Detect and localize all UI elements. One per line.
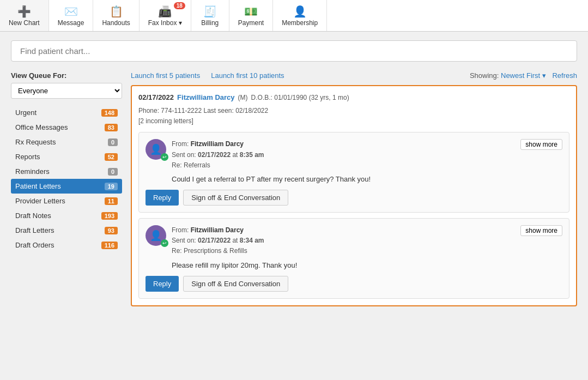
- patient-name[interactable]: Fitzwilliam Darcy: [177, 93, 234, 101]
- fax-badge: 18: [174, 2, 185, 9]
- sidebar-item-provider-letters-label: Provider Letters: [15, 197, 65, 205]
- sidebar-item-rx-requests[interactable]: Rx Requests 0: [11, 135, 122, 149]
- toolbar-handouts[interactable]: 📋 Handouts: [93, 0, 139, 31]
- sidebar-count-office-messages: 83: [105, 124, 118, 131]
- message-2-time: 8:34 am: [240, 237, 264, 244]
- message-1-sent: Sent on: 02/17/2022 at 8:35 am: [172, 150, 562, 160]
- message-1-subject: Re: Referrals: [172, 160, 562, 171]
- sidebar-count-draft-orders: 116: [101, 242, 118, 249]
- sidebar-count-draft-notes: 193: [101, 212, 118, 220]
- show-more-btn-1[interactable]: show more: [520, 139, 562, 150]
- message-1-time: 8:35 am: [240, 151, 264, 159]
- avatar-1: 👤 ↩: [146, 139, 166, 160]
- message-2-body: Please refill my lipitor 20mg. Thank you…: [172, 261, 562, 269]
- toolbar-message-label: Message: [58, 19, 84, 27]
- sidebar-count-reports: 52: [105, 153, 118, 161]
- message-2-meta: From: Fitzwilliam Darcy Sent on: 02/17/2…: [172, 225, 562, 257]
- message-2-header: 👤 ↩ From: Fitzwilliam Darcy Sent on: 02/…: [146, 225, 562, 257]
- message-block-2: 👤 ↩ From: Fitzwilliam Darcy Sent on: 02/…: [138, 218, 569, 299]
- message-2-subject: Re: Prescriptions & Refills: [172, 246, 562, 256]
- toolbar-membership[interactable]: 👤 Membership: [273, 0, 327, 31]
- handouts-icon: 📋: [110, 5, 123, 18]
- avatar-2-badge-icon: ↩: [162, 240, 167, 246]
- launch-10-link[interactable]: Launch first 10 patients: [211, 71, 284, 80]
- main-panel: Launch first 5 patients Launch first 10 …: [131, 71, 577, 313]
- reply-btn-1[interactable]: Reply: [146, 190, 179, 206]
- sidebar-item-reports[interactable]: Reports 52: [11, 149, 122, 164]
- patient-phone-seen: Phone: 774-111-2222 Last seen: 02/18/202…: [138, 106, 569, 116]
- patient-card: 02/17/2022 Fitzwilliam Darcy (M) D.O.B.:…: [131, 85, 577, 306]
- sidebar-item-reports-label: Reports: [15, 153, 40, 161]
- sidebar-item-draft-notes-label: Draft Notes: [15, 212, 51, 220]
- sort-link[interactable]: Newest First ▾: [501, 71, 546, 80]
- sidebar-count-draft-letters: 93: [105, 227, 118, 234]
- sidebar-count-patient-letters: 19: [105, 183, 118, 190]
- sidebar-item-patient-letters[interactable]: Patient Letters 19: [11, 179, 122, 194]
- sidebar-item-draft-orders[interactable]: Draft Orders 116: [11, 238, 122, 252]
- sidebar-item-draft-notes[interactable]: Draft Notes 193: [11, 208, 122, 223]
- show-more-btn-2[interactable]: show more: [520, 225, 562, 236]
- view-queue-label: View Queue For:: [11, 71, 122, 80]
- sidebar-item-draft-letters[interactable]: Draft Letters 93: [11, 223, 122, 238]
- message-1-body: Could I get a referral to PT after my re…: [172, 175, 562, 183]
- payment-icon: 💵: [244, 5, 258, 18]
- queue-select[interactable]: Everyone Me My Team: [11, 83, 122, 99]
- toolbar-payment[interactable]: 💵 Payment: [229, 0, 273, 31]
- avatar-2: 👤 ↩: [146, 225, 166, 246]
- message-2-sender: Fitzwilliam Darcy: [191, 226, 244, 234]
- patient-gender: (M): [238, 93, 248, 103]
- avatar-2-icon: 👤: [150, 230, 162, 242]
- message-1-actions: Reply Sign off & End Conversation: [146, 190, 562, 206]
- patient-last-seen: Last seen: 02/18/2022: [203, 107, 268, 114]
- toolbar-billing[interactable]: 🧾 Billing: [191, 0, 229, 31]
- signoff-btn-2[interactable]: Sign off & End Conversation: [183, 276, 288, 292]
- sidebar-item-office-messages[interactable]: Office Messages 83: [11, 120, 122, 135]
- patient-dob: D.O.B.: 01/01/1990 (32 yrs, 1 mo): [251, 93, 349, 103]
- toolbar-fax-inbox[interactable]: 📠 18 Fax Inbox ▾: [140, 0, 191, 31]
- sidebar-item-office-messages-label: Office Messages: [15, 123, 68, 131]
- showing-label: Showing:: [470, 71, 499, 80]
- search-input[interactable]: [11, 40, 577, 62]
- refresh-link[interactable]: Refresh: [552, 71, 577, 80]
- showing-text: Showing: Newest First ▾ Refresh: [470, 71, 577, 80]
- sidebar-item-draft-orders-label: Draft Orders: [15, 241, 54, 249]
- sidebar-item-urgent-label: Urgent: [15, 108, 37, 117]
- main-content: View Queue For: Everyone Me My Team Urge…: [0, 32, 588, 322]
- toolbar-payment-label: Payment: [238, 19, 264, 27]
- sidebar-count-reminders: 0: [108, 168, 118, 176]
- message-1-meta: From: Fitzwilliam Darcy Sent on: 02/17/2…: [172, 139, 562, 171]
- toolbar: ➕ New Chart ✉️ Message 📋 Handouts 📠 18 F…: [0, 0, 588, 32]
- launch-5-link[interactable]: Launch first 5 patients: [131, 71, 200, 80]
- toolbar-new-chart[interactable]: ➕ New Chart: [0, 0, 49, 31]
- toolbar-billing-label: Billing: [201, 19, 219, 27]
- toolbar-membership-label: Membership: [282, 19, 318, 27]
- reply-btn-2[interactable]: Reply: [146, 276, 179, 292]
- toolbar-message[interactable]: ✉️ Message: [49, 0, 94, 31]
- message-1-from: From: Fitzwilliam Darcy: [172, 139, 562, 149]
- sidebar-item-reminders-label: Reminders: [15, 167, 50, 176]
- sidebar-item-reminders[interactable]: Reminders 0: [11, 164, 122, 179]
- message-2-from: From: Fitzwilliam Darcy: [172, 225, 562, 236]
- avatar-1-badge-icon: ↩: [162, 154, 167, 160]
- sidebar-item-rx-requests-label: Rx Requests: [15, 138, 56, 146]
- panel-header: Launch first 5 patients Launch first 10 …: [131, 71, 577, 80]
- sidebar-count-urgent: 148: [101, 109, 118, 117]
- message-icon: ✉️: [64, 5, 78, 18]
- message-2-actions: Reply Sign off & End Conversation: [146, 276, 562, 292]
- queue-layout: View Queue For: Everyone Me My Team Urge…: [11, 71, 577, 313]
- sidebar-count-rx-requests: 0: [108, 138, 118, 146]
- avatar-2-badge: ↩: [161, 239, 168, 247]
- sidebar-item-draft-letters-label: Draft Letters: [15, 226, 54, 234]
- sidebar-item-provider-letters[interactable]: Provider Letters 11: [11, 194, 122, 208]
- sidebar-item-urgent[interactable]: Urgent 148: [11, 105, 122, 120]
- toolbar-fax-label: Fax Inbox ▾: [148, 19, 182, 27]
- sidebar: View Queue For: Everyone Me My Team Urge…: [11, 71, 131, 313]
- patient-incoming: [2 incoming letters]: [138, 116, 569, 126]
- message-1-sender: Fitzwilliam Darcy: [191, 140, 244, 148]
- signoff-btn-1[interactable]: Sign off & End Conversation: [183, 190, 288, 206]
- toolbar-handouts-label: Handouts: [102, 19, 130, 27]
- patient-date: 02/17/2022: [138, 93, 174, 101]
- patient-phone: Phone: 774-111-2222: [138, 107, 202, 114]
- message-2-sent: Sent on: 02/17/2022 at 8:34 am: [172, 236, 562, 246]
- panel-links: Launch first 5 patients Launch first 10 …: [131, 71, 284, 80]
